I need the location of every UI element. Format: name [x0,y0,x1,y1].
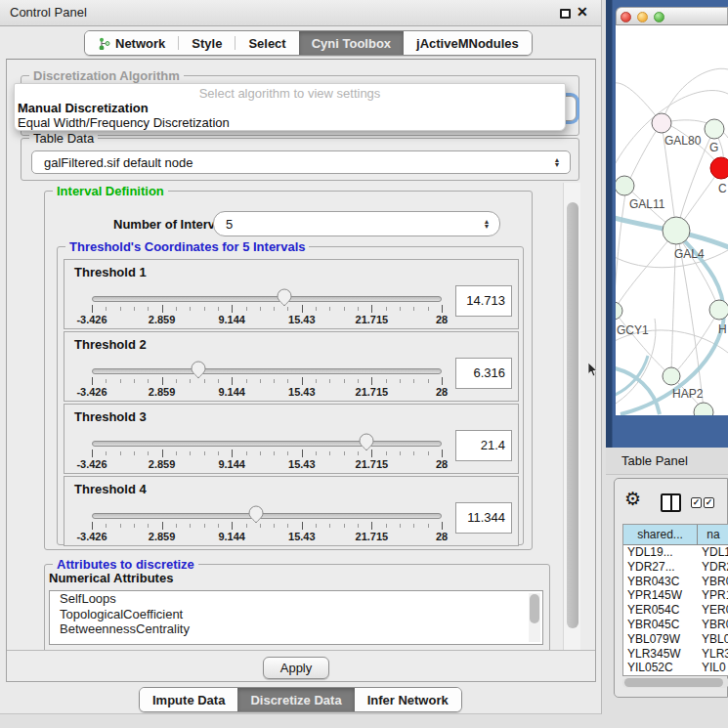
list-item-betweennesscentrality[interactable]: BetweennessCentrality [50,621,542,637]
cell[interactable]: YER054C [623,603,698,618]
close-icon[interactable]: ✕ [577,4,588,20]
tick-label: 28 [436,386,448,398]
tab-network-label: Network [115,36,165,51]
node-table[interactable]: shared... na YDL19...YDL1 YDR27...YDR2 Y… [622,524,728,676]
network-node[interactable] [710,157,728,179]
cell[interactable]: YBR0 [698,575,728,589]
cell[interactable]: YDR27... [623,560,698,575]
minor-ticks [92,307,443,311]
threshold-1-slider-thumb[interactable] [277,288,292,307]
tab-discretize-data[interactable]: Discretize Data [237,688,354,711]
table-row[interactable]: YER054CYER0 [623,603,728,618]
tab-infer-network[interactable]: Infer Network [355,688,461,711]
tab-impute-data[interactable]: Impute Data [140,688,237,711]
stepper-arrows-icon: ▲▼ [480,219,493,229]
tab-style[interactable]: Style [179,31,235,55]
table-data-combo[interactable]: galFiltered.sif default node ▲▼ [31,150,571,174]
zoom-traffic-light[interactable] [654,12,664,22]
cell[interactable]: YBL079W [623,632,698,647]
cell[interactable]: YDL1 [698,545,728,560]
network-canvas[interactable]: GAL80GCGAL11GAL4GCY1HHAP2 [616,25,728,415]
network-node[interactable] [705,119,724,139]
threshold-4-slider[interactable] [92,513,442,519]
checkbox-icon[interactable]: ✓ [704,497,714,508]
network-node[interactable] [709,300,728,320]
tick-label: -3.426 [76,458,107,470]
gear-icon[interactable]: ⚙ [624,488,641,510]
list-item-topologicalcoefficient[interactable]: TopologicalCoefficient [50,607,542,622]
apply-button[interactable]: Apply [263,657,329,679]
cell[interactable]: YIL0 [698,661,728,675]
cell[interactable]: YLR3 [698,647,728,662]
tick-label: 9.144 [218,386,245,398]
cell[interactable]: YDR2 [698,560,728,575]
table-row[interactable]: YLR345WYLR3 [623,647,728,662]
tab-select[interactable]: Select [236,31,298,55]
float-window-icon[interactable] [560,9,571,19]
cell[interactable]: YER0 [698,603,728,618]
cell[interactable]: YLR345W [623,647,698,662]
threshold-4-value-field[interactable]: 11.344 [455,502,512,534]
threshold-1-slider[interactable] [92,296,442,302]
algorithm-dropdown-popup: Select algorithm to view settings Manual… [14,83,566,131]
number-of-intervals-combo[interactable]: 5 ▲▼ [213,211,500,236]
column-header-name[interactable]: na [698,525,728,545]
cell[interactable]: YBR043C [623,575,698,589]
table-row[interactable]: YBL079WYBL0 [623,632,728,647]
network-window-titlebar [616,7,728,25]
cell[interactable]: YIL052C [623,661,698,675]
tick-label: 9.144 [218,458,245,470]
popup-item-equal-width[interactable]: Equal Width/Frequency Discretization [15,115,565,130]
tab-impute-data-label: Impute Data [152,693,225,707]
settings-scroll-area: Interval Definition Number of Intervals … [13,183,562,650]
cell[interactable]: YPR145W [623,588,698,603]
list-item-selfloops[interactable]: SelfLoops [50,591,542,607]
network-node[interactable] [616,176,634,195]
tab-jactivemnodules[interactable]: jActiveMNodules [404,31,532,55]
threshold-4-slider-thumb[interactable] [248,505,264,524]
tab-network[interactable]: Network [85,31,178,55]
threshold-panel-3: Threshold 3 -3.426 2.859 9.144 15.43 21.… [64,404,519,474]
checkbox-icon[interactable]: ✓ [691,497,702,508]
column-header-shared[interactable]: shared... [623,525,698,545]
table-row[interactable]: YDR27...YDR2 [623,560,728,575]
table-row[interactable]: YBR045CYBR0 [623,618,728,632]
threshold-3-slider[interactable] [92,441,442,447]
cell[interactable]: YBR0 [698,618,728,632]
network-node[interactable] [652,113,671,133]
popup-item-manual-discretization[interactable]: Manual Discretization [15,101,565,115]
numerical-attributes-list[interactable]: SelfLoops TopologicalCoefficient Between… [49,590,543,645]
network-node[interactable] [694,403,713,415]
tab-cyni-toolbox[interactable]: Cyni Toolbox [299,31,404,55]
apply-separator [7,650,595,651]
cell[interactable]: YBR045C [623,618,698,632]
columns-icon[interactable] [661,493,681,512]
threshold-2-value-field[interactable]: 6.316 [455,358,512,389]
network-node[interactable] [663,217,690,244]
threshold-3-slider-thumb[interactable] [359,433,374,451]
cell[interactable]: YPR1 [698,588,728,603]
table-horizontal-scrollbar[interactable] [622,677,728,688]
threshold-3-value-field[interactable]: 21.4 [455,430,512,461]
list-scrollbar[interactable] [529,593,540,642]
threshold-2-slider-thumb[interactable] [191,361,206,379]
network-node[interactable] [663,367,680,385]
network-node[interactable] [616,302,622,320]
cell[interactable]: YDL19... [623,545,698,560]
table-row[interactable]: YBR043CYBR0 [623,575,728,589]
thresholds-group: Threshold's Coordinates for 5 Intervals … [57,246,524,545]
threshold-1-value-field[interactable]: 14.713 [455,285,512,317]
table-row[interactable]: YPR145WYPR1 [623,588,728,603]
panel-vertical-scrollbar[interactable] [563,183,580,650]
table-data-label: Table Data [29,131,98,146]
popup-hint: Select algorithm to view settings [15,84,565,101]
minimize-traffic-light[interactable] [637,12,648,22]
table-row[interactable]: YIL052CYIL0 [623,661,728,675]
cell[interactable]: YBL0 [698,632,728,647]
close-traffic-light[interactable] [621,12,631,22]
threshold-2-slider[interactable] [92,368,442,374]
threshold-1-label: Threshold 1 [74,265,147,279]
tick-label: 2.859 [149,458,176,470]
table-row[interactable]: YDL19...YDL1 [623,545,728,560]
tick-label: 21.715 [356,314,389,325]
